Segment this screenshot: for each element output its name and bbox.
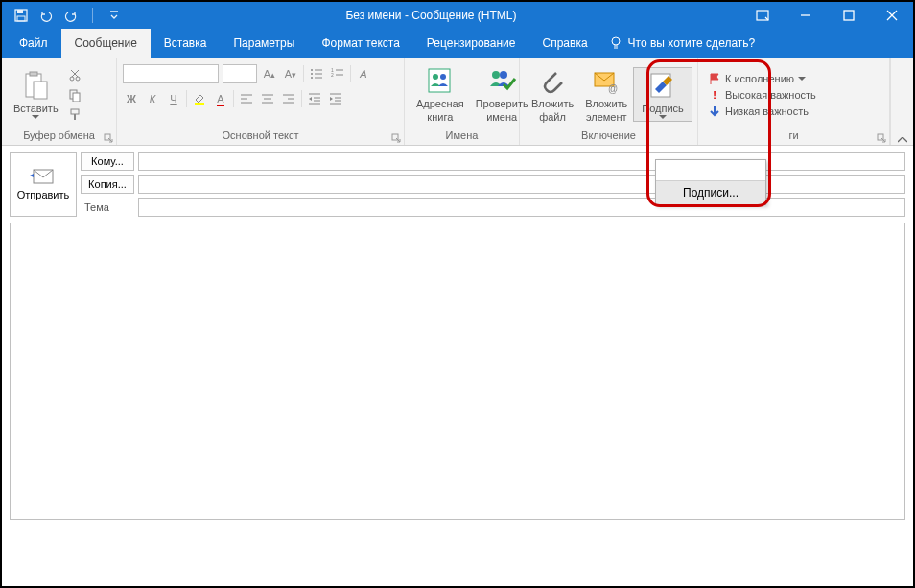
svg-rect-2 — [17, 16, 25, 21]
tell-me-search[interactable]: Что вы хотите сделать? — [609, 29, 756, 58]
tab-format[interactable]: Формат текста — [308, 29, 412, 58]
svg-rect-1 — [17, 10, 23, 13]
dialog-launcher-icon[interactable] — [104, 133, 113, 143]
high-importance-label: Высокая важность — [725, 89, 816, 101]
high-importance-button[interactable]: ! Высокая важность — [706, 88, 818, 102]
group-basictext: A▴ A▾ 12 A Ж К Ч A — [117, 58, 405, 145]
undo-icon[interactable] — [38, 8, 54, 23]
check-names-icon — [486, 65, 517, 96]
attach-file-label: Вложить файл — [531, 98, 574, 123]
ribbon-display-button[interactable] — [740, 2, 784, 29]
low-importance-label: Низкая важность — [725, 106, 809, 117]
svg-rect-13 — [34, 82, 47, 99]
font-color-button[interactable]: A — [212, 90, 229, 107]
tab-review[interactable]: Рецензирование — [413, 29, 529, 58]
shrink-font-button[interactable]: A▾ — [282, 65, 299, 82]
cc-button[interactable]: Копия... — [81, 175, 134, 194]
send-label: Отправить — [17, 189, 70, 200]
underline-button[interactable]: Ч — [165, 90, 182, 107]
clear-formatting-button[interactable]: A — [355, 65, 372, 82]
ribbon-tabs: Файл Сообщение Вставка Параметры Формат … — [2, 29, 913, 58]
names-group-label: Имена — [405, 129, 519, 145]
address-book-button[interactable]: Адресная книга — [411, 63, 470, 125]
align-right-button[interactable] — [280, 90, 297, 107]
align-center-button[interactable] — [259, 90, 276, 107]
message-body[interactable] — [10, 223, 905, 520]
window-controls — [740, 2, 913, 29]
paste-label: Вставить — [13, 103, 59, 115]
svg-rect-20 — [71, 109, 79, 114]
group-include: Вложить файл @ Вложить элемент Подпись В… — [520, 58, 698, 145]
bold-button[interactable]: Ж — [123, 90, 140, 107]
tab-insert[interactable]: Вставка — [151, 29, 221, 58]
tab-help[interactable]: Справка — [529, 29, 601, 58]
qat-expand-icon[interactable] — [106, 8, 122, 23]
qat-separator — [92, 8, 93, 23]
group-names: Адресная книга Проверить имена Имена — [405, 58, 520, 145]
grow-font-button[interactable]: A▴ — [261, 65, 278, 82]
clipboard-group-label: Буфер обмена — [2, 129, 116, 145]
font-size-select[interactable] — [223, 64, 257, 83]
svg-line-16 — [72, 70, 79, 77]
signature-button[interactable]: Подпись — [633, 67, 692, 122]
font-name-select[interactable] — [123, 64, 219, 83]
paste-button[interactable]: Вставить — [8, 68, 64, 121]
exclamation-icon: ! — [708, 89, 721, 101]
tab-file[interactable]: Файл — [6, 29, 61, 58]
svg-point-53 — [433, 74, 438, 80]
close-button[interactable] — [870, 2, 913, 29]
decrease-indent-button[interactable] — [306, 90, 323, 107]
outdent-icon — [308, 92, 321, 106]
svg-rect-21 — [74, 114, 76, 120]
tell-me-label: Что вы хотите сделать? — [628, 36, 756, 50]
signature-label: Подпись — [642, 103, 684, 115]
format-painter-button[interactable] — [66, 106, 83, 123]
minimize-button[interactable] — [784, 2, 827, 29]
save-icon[interactable] — [13, 8, 29, 23]
numbering-button[interactable]: 12 — [329, 65, 346, 82]
dialog-launcher-icon[interactable] — [391, 133, 401, 143]
low-importance-button[interactable]: Низкая важность — [706, 104, 810, 119]
cut-button[interactable] — [66, 67, 83, 84]
titlebar: Без имени - Сообщение (HTML) — [2, 2, 913, 29]
attach-item-button[interactable]: @ Вложить элемент — [579, 63, 633, 125]
redo-icon[interactable] — [63, 8, 79, 23]
tab-message[interactable]: Сообщение — [61, 29, 151, 58]
svg-text:@: @ — [608, 83, 618, 94]
copy-button[interactable] — [66, 86, 83, 104]
align-right-icon — [282, 92, 295, 106]
group-clipboard: Вставить Буфер обмена — [2, 58, 117, 145]
subject-input[interactable] — [138, 198, 905, 217]
scissors-icon — [68, 69, 82, 82]
increase-indent-button[interactable] — [327, 90, 344, 107]
bullets-icon — [310, 67, 323, 81]
bullets-button[interactable] — [308, 65, 325, 82]
highlight-button[interactable] — [191, 90, 208, 107]
cc-input[interactable] — [138, 175, 905, 194]
dialog-launcher-icon[interactable] — [877, 133, 886, 143]
send-icon — [30, 168, 57, 185]
italic-button[interactable]: К — [144, 90, 161, 107]
signatures-menu-item[interactable]: Подписи... — [656, 181, 765, 204]
to-input[interactable] — [138, 152, 905, 171]
arrow-down-icon — [708, 105, 721, 118]
maximize-button[interactable] — [827, 2, 870, 29]
svg-point-55 — [492, 71, 500, 79]
align-left-button[interactable] — [238, 90, 255, 107]
address-book-icon — [425, 65, 456, 96]
tab-options[interactable]: Параметры — [220, 29, 308, 58]
signature-list-empty — [656, 160, 765, 181]
paste-icon — [20, 70, 51, 101]
paperclip-icon — [537, 65, 568, 96]
highlight-icon — [193, 92, 206, 106]
send-button[interactable]: Отправить — [10, 152, 77, 217]
ribbon-collapse-button[interactable] — [890, 58, 913, 145]
lightbulb-icon — [609, 36, 622, 50]
svg-rect-19 — [73, 93, 80, 102]
svg-line-17 — [71, 70, 78, 77]
outlook-compose-window: Без имени - Сообщение (HTML) Файл Сообще… — [0, 0, 915, 588]
attach-file-button[interactable]: Вложить файл — [526, 63, 579, 125]
svg-point-25 — [311, 73, 313, 75]
follow-up-button[interactable]: К исполнению — [706, 71, 808, 86]
to-button[interactable]: Кому... — [81, 152, 134, 171]
